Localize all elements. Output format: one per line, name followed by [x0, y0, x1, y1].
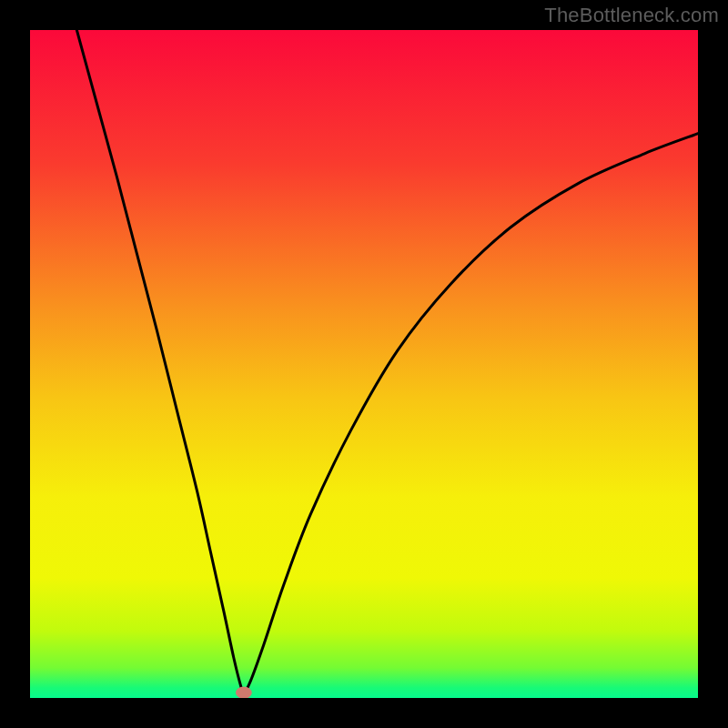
chart-frame: TheBottleneck.com: [0, 0, 728, 728]
watermark-text: TheBottleneck.com: [544, 4, 719, 27]
plot-area: [30, 30, 698, 698]
gradient-background: [30, 30, 698, 698]
bottleneck-chart-svg: [30, 30, 698, 698]
